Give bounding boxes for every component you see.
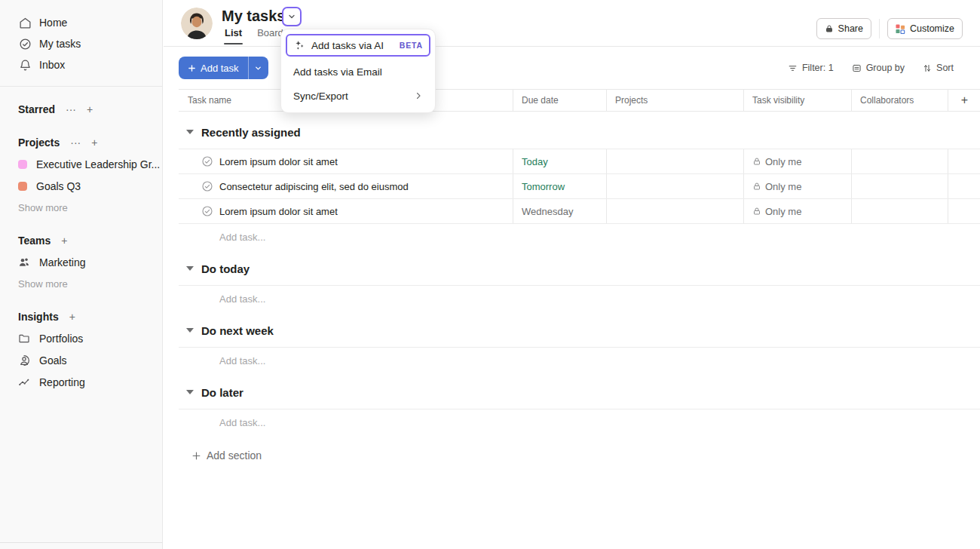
projects-cell[interactable]: [606, 199, 743, 223]
add-task-row[interactable]: Add task...: [179, 286, 980, 311]
add-task-row[interactable]: Add task...: [179, 348, 980, 373]
section-title[interactable]: Do next week: [201, 324, 274, 337]
customize-button[interactable]: Customize: [887, 18, 963, 39]
insight-label: Goals: [39, 354, 67, 367]
sidebar-item-home[interactable]: Home: [0, 12, 162, 33]
section-header: Recently assigned: [179, 121, 980, 143]
add-section-button[interactable]: Add section: [179, 443, 980, 468]
chevron-down-icon: [287, 12, 296, 21]
check-circle-icon[interactable]: [201, 205, 213, 217]
share-button[interactable]: Share: [816, 18, 871, 39]
projects-show-more[interactable]: Show more: [0, 197, 162, 219]
menu-item-label: Add tasks via AI: [311, 40, 384, 51]
title-dropdown-button[interactable]: [282, 7, 302, 26]
extra-cell: [948, 199, 980, 223]
teams-title: Teams: [18, 235, 51, 247]
visibility-cell[interactable]: Only me: [743, 149, 851, 173]
visibility-cell[interactable]: Only me: [743, 174, 851, 198]
teams-show-more[interactable]: Show more: [0, 273, 162, 295]
avatar[interactable]: [181, 8, 213, 39]
section-do-later: Do later Add task...: [179, 381, 980, 435]
toolbar-right: Filter: 1 Group by Sort: [788, 47, 954, 89]
add-column-button[interactable]: +: [948, 90, 980, 111]
collapse-triangle-icon[interactable]: [186, 130, 194, 134]
lock-icon: [825, 24, 834, 33]
task-name: Lorem ipsum dolor sit amet: [219, 156, 338, 167]
check-circle-icon: [18, 38, 32, 51]
due-date-cell[interactable]: Tomorrow: [513, 174, 606, 198]
title-dropdown-menu: Add tasks via AI BETA Add tasks via Emai…: [280, 29, 436, 113]
starred-add-icon[interactable]: +: [87, 103, 93, 115]
section-do-next-week: Do next week Add task...: [179, 319, 980, 373]
collapse-triangle-icon[interactable]: [186, 328, 194, 333]
column-header-projects[interactable]: Projects: [606, 90, 743, 111]
sidebar-item-reporting[interactable]: Reporting: [0, 371, 162, 393]
collaborators-cell[interactable]: [851, 199, 948, 223]
collapse-triangle-icon[interactable]: [186, 390, 194, 394]
section-title[interactable]: Recently assigned: [201, 126, 301, 139]
add-task-row[interactable]: Add task...: [179, 224, 980, 250]
collaborators-cell[interactable]: [851, 174, 948, 198]
check-circle-icon[interactable]: [201, 155, 213, 167]
menu-item-sync-export[interactable]: Sync/Export: [286, 84, 430, 108]
section-title[interactable]: Do later: [201, 386, 243, 399]
sidebar-item-goals[interactable]: Goals: [0, 349, 162, 371]
insights-title: Insights: [18, 311, 59, 323]
due-date-cell[interactable]: Wednesday: [513, 199, 606, 223]
insight-label: Reporting: [39, 376, 85, 388]
project-label: Executive Leadership Gr...: [36, 158, 160, 170]
add-task-row[interactable]: Add task...: [179, 409, 980, 435]
add-task-label: Add task: [201, 63, 239, 74]
sidebar-nav: Home My tasks Inbox: [0, 0, 162, 75]
sidebar-project-goals-q3[interactable]: Goals Q3: [0, 175, 162, 197]
section-header: Do today: [179, 257, 980, 280]
projects-title: Projects: [18, 136, 60, 149]
collaborators-cell[interactable]: [851, 149, 948, 173]
projects-cell[interactable]: [606, 174, 743, 198]
sidebar-section-insights: Insights +: [0, 306, 162, 327]
column-header-task-visibility[interactable]: Task visibility: [743, 90, 851, 111]
starred-more-icon[interactable]: ···: [66, 103, 76, 115]
due-date-cell[interactable]: Today: [513, 149, 606, 173]
sidebar-item-my-tasks[interactable]: My tasks: [0, 33, 162, 54]
menu-item-add-tasks-via-email[interactable]: Add tasks via Email: [286, 60, 430, 84]
task-row[interactable]: Lorem ipsum dolor sit amet Wednesday Onl…: [179, 199, 980, 224]
section-header: Do later: [179, 381, 980, 403]
section-title[interactable]: Do today: [201, 262, 250, 275]
customize-grid-icon: [896, 24, 905, 34]
sidebar-team-marketing[interactable]: Marketing: [0, 251, 162, 273]
projects-more-icon[interactable]: ···: [70, 136, 81, 149]
extra-cell: [948, 174, 980, 198]
collapse-triangle-icon[interactable]: [186, 266, 194, 271]
sidebar-item-inbox[interactable]: Inbox: [0, 54, 162, 75]
sidebar-item-portfolios[interactable]: Portfolios: [0, 327, 162, 349]
sidebar-section-projects: Projects ··· +: [0, 132, 162, 153]
add-task-button[interactable]: Add task: [179, 57, 248, 79]
menu-item-label: Add tasks via Email: [293, 66, 382, 78]
tab-list[interactable]: List: [225, 27, 242, 44]
menu-item-label: Sync/Export: [293, 90, 348, 102]
insights-add-icon[interactable]: +: [69, 311, 75, 323]
project-swatch: [18, 160, 27, 169]
column-header-due-date[interactable]: Due date: [513, 90, 606, 111]
add-task-dropdown-button[interactable]: [248, 57, 268, 79]
teams-add-icon[interactable]: +: [61, 235, 67, 247]
column-header-collaborators[interactable]: Collaborators: [851, 90, 948, 111]
filter-button[interactable]: Filter: 1: [788, 63, 834, 73]
task-row[interactable]: Consectetur adipiscing elit, sed do eius…: [179, 174, 980, 199]
task-row[interactable]: Lorem ipsum dolor sit amet Today Only me: [179, 149, 980, 174]
menu-item-add-tasks-via-ai[interactable]: Add tasks via AI BETA: [286, 34, 430, 57]
group-by-button[interactable]: Group by: [852, 63, 905, 73]
sort-button[interactable]: Sort: [923, 63, 954, 73]
visibility-label: Only me: [765, 181, 801, 192]
check-circle-icon[interactable]: [201, 180, 213, 192]
group-by-label: Group by: [866, 63, 905, 73]
tab-board[interactable]: Board: [257, 27, 283, 44]
sidebar-project-executive[interactable]: Executive Leadership Gr...: [0, 153, 162, 175]
lock-icon: [752, 182, 761, 191]
projects-cell[interactable]: [606, 149, 743, 173]
projects-add-icon[interactable]: +: [91, 136, 97, 149]
visibility-cell[interactable]: Only me: [743, 199, 851, 223]
project-swatch: [18, 182, 27, 191]
header-divider: [879, 19, 880, 38]
